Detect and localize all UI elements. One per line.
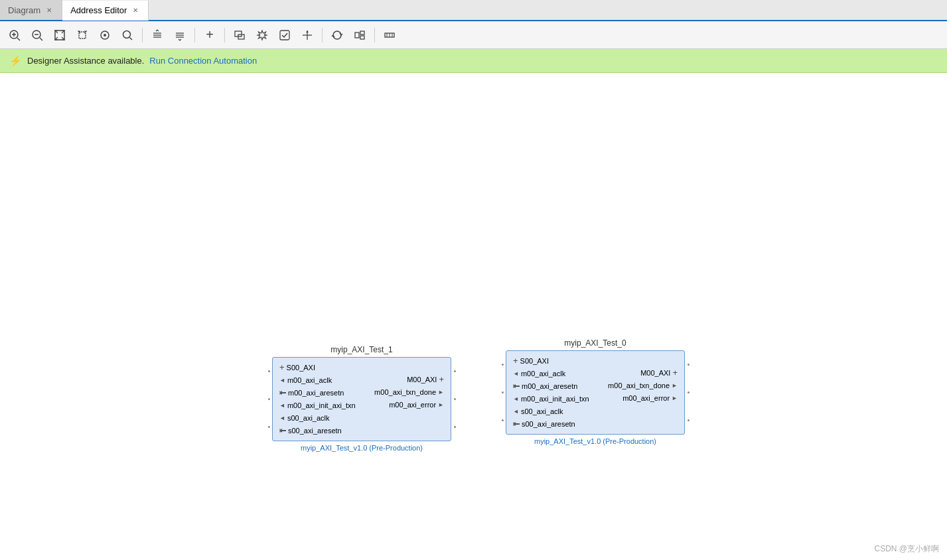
block1-port-s00-axi-aclk-label: s00_axi_aclk (287, 412, 330, 424)
block2-port-s00-axi[interactable]: + S00_AXI (513, 355, 589, 367)
toggle-pins-button[interactable] (379, 25, 400, 46)
block2-left-connector-dots (500, 351, 504, 434)
toolbar-sep-4 (322, 28, 323, 42)
run-connection-automation-link[interactable]: Run Connection Automation (149, 56, 257, 66)
diagram-canvas: myip_AXI_Test_1 + S00_AXI (0, 73, 947, 560)
block1-right-connector-dots (453, 358, 457, 441)
tab-diagram[interactable]: Diagram ✕ (0, 0, 62, 20)
block2-title: myip_AXI_Test_0 (506, 338, 685, 348)
block1-title: myip_AXI_Test_1 (272, 345, 451, 354)
block1-port-m00-axi-txn-done[interactable]: m00_axi_txn_done ► (374, 386, 444, 398)
collapse-all-button[interactable] (147, 25, 168, 46)
tab-address-editor-label: Address Editor (70, 5, 127, 15)
block1-port-m00-axi-aclk[interactable]: ◄ m00_axi_aclk (279, 374, 356, 386)
block2-port-m00-axi-init-axi-txn[interactable]: ◄ m00_axi_init_axi_txn (513, 393, 589, 405)
block2-port-m00-axi-error[interactable]: m00_axi_error ► (622, 392, 678, 404)
block2-port-m00-axi-aresetn[interactable]: m00_axi_aresetn (513, 380, 589, 392)
block1-footer: myip_AXI_Test_v1.0 (Pre-Production) (272, 444, 451, 452)
fit-selection-button[interactable] (72, 25, 93, 46)
svg-line-3 (17, 38, 20, 40)
toolbar: + (0, 21, 947, 49)
svg-point-10 (104, 34, 106, 36)
toolbar-sep-2 (194, 28, 195, 42)
tab-address-editor[interactable]: Address Editor ✕ (62, 1, 149, 21)
banner-icon: ⚡ (9, 55, 22, 67)
block1-port-m00-axi-init-axi-txn-label: m00_axi_init_axi_txn (287, 399, 356, 411)
block2-port-m00-axi-aclk[interactable]: ◄ m00_axi_aclk (513, 368, 589, 380)
block2-port-m00-axi-aclk-label: m00_axi_aclk (521, 368, 565, 380)
zoom-in-button[interactable] (4, 25, 25, 46)
designer-assistance-banner: ⚡ Designer Assistance available. Run Con… (0, 49, 947, 73)
block2-port-m00-axi-txn-done-label: m00_axi_txn_done (608, 380, 670, 391)
block2-port-s00-axi-aclk-label: s00_axi_aclk (521, 405, 563, 417)
block1-port-m00-axi-init-axi-txn[interactable]: ◄ m00_axi_init_axi_txn (279, 399, 356, 411)
block1-port-s00-axi-aclk[interactable]: ◄ s00_axi_aclk (279, 412, 356, 424)
block1-port-m00-axi[interactable]: M00_AXI + (407, 374, 444, 385)
block1-port-s00-axi[interactable]: + S00_AXI (279, 362, 356, 374)
block2-port-m00-axi-init-axi-txn-label: m00_axi_init_axi_txn (521, 393, 589, 405)
block1-left-connector-dots (267, 358, 271, 441)
svg-marker-24 (306, 31, 309, 33)
block2-footer: myip_AXI_Test_v1.0 (Pre-Production) (506, 437, 685, 445)
block2-port-s00-axi-aclk[interactable]: ◄ s00_axi_aclk (513, 405, 589, 417)
toolbar-sep-5 (374, 28, 375, 42)
toolbar-sep-3 (224, 28, 225, 42)
block2-port-m00-axi-label: M00_AXI (640, 367, 670, 379)
svg-rect-21 (280, 31, 289, 40)
watermark: CSDN @烹小鲜啊 (874, 543, 939, 555)
block1-port-m00-axi-error-label: m00_axi_error (389, 399, 436, 411)
block2-port-m00-axi-txn-done[interactable]: m00_axi_txn_done ► (608, 380, 678, 391)
validate-button[interactable] (274, 25, 295, 46)
refresh-layout-button[interactable] (94, 25, 115, 46)
edit-layout-button[interactable] (349, 25, 370, 46)
block1-port-m00-axi-error[interactable]: m00_axi_error ► (389, 399, 444, 411)
block2-port-m00-axi[interactable]: M00_AXI + (640, 367, 678, 379)
banner-text: Designer Assistance available. (27, 56, 144, 66)
svg-rect-26 (360, 31, 364, 35)
block2-port-s00-axi-aresetn-label: s00_axi_aresetn (522, 418, 575, 430)
block2-port-s00-axi-aresetn[interactable]: s00_axi_aresetn (513, 418, 589, 430)
block2-port-s00-axi-label: S00_AXI (520, 355, 549, 367)
block1-port-s00-axi-aresetn[interactable]: s00_axi_aresetn (279, 425, 356, 437)
expand-all-button[interactable] (169, 25, 190, 46)
block2-port-m00-axi-aresetn-label: m00_axi_aresetn (522, 380, 577, 392)
block1-port-m00-axi-aresetn[interactable]: m00_axi_aresetn (279, 387, 356, 399)
move-button[interactable] (229, 25, 250, 46)
block1-port-s00-axi-aresetn-label: s00_axi_aresetn (288, 425, 342, 437)
block2-port-m00-axi-error-label: m00_axi_error (622, 392, 670, 404)
regenerate-button[interactable] (327, 25, 348, 46)
block2-right-connector-dots (686, 351, 690, 434)
customize-button[interactable] (252, 25, 273, 46)
search-button[interactable] (117, 25, 138, 46)
block1-port-m00-axi-aclk-label: m00_axi_aclk (287, 374, 332, 386)
block1-port-m00-axi-label: M00_AXI (407, 374, 437, 385)
block-myip-axi-test-1[interactable]: myip_AXI_Test_1 + S00_AXI (272, 345, 451, 452)
svg-line-12 (130, 37, 133, 40)
block-myip-axi-test-0[interactable]: myip_AXI_Test_0 + S00_AXI (506, 338, 685, 445)
block1-port-m00-axi-aresetn-label: m00_axi_aresetn (288, 387, 344, 399)
zoom-out-button[interactable] (27, 25, 48, 46)
tab-bar: Diagram ✕ Address Editor ✕ (0, 0, 947, 21)
tab-diagram-label: Diagram (8, 5, 40, 15)
block1-port-s00-axi-label: S00_AXI (287, 362, 315, 374)
svg-rect-25 (355, 33, 359, 38)
add-ip-button[interactable]: + (199, 25, 220, 46)
block1-port-m00-axi-txn-done-label: m00_axi_txn_done (374, 386, 436, 398)
autoconnect-button[interactable] (297, 25, 318, 46)
svg-rect-27 (360, 36, 364, 39)
toolbar-sep-1 (142, 28, 143, 42)
tab-address-editor-close[interactable]: ✕ (131, 6, 140, 15)
svg-point-11 (123, 31, 131, 38)
tab-diagram-close[interactable]: ✕ (44, 6, 54, 15)
fit-all-button[interactable] (49, 25, 70, 46)
svg-line-6 (40, 38, 42, 40)
